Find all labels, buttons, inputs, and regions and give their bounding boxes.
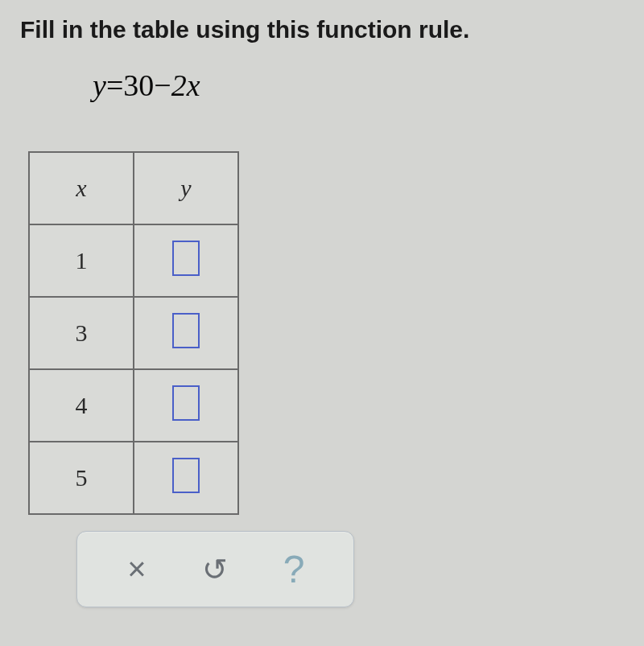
x-value: 1 — [29, 224, 134, 297]
clear-button[interactable]: × — [114, 547, 159, 591]
y-input-cell — [134, 297, 238, 369]
minus-sign: − — [154, 68, 171, 102]
table-row: 3 — [29, 297, 238, 369]
table-row: 5 — [29, 442, 238, 514]
column-header-y: y — [134, 152, 238, 224]
x-value: 4 — [29, 369, 134, 442]
y-input-cell — [134, 224, 238, 297]
x-value: 5 — [29, 442, 134, 514]
undo-button[interactable]: ↺ — [193, 547, 237, 591]
help-icon: ? — [283, 547, 305, 591]
instruction-text: Fill in the table using this function ru… — [20, 16, 624, 43]
x-value: 3 — [29, 297, 134, 369]
undo-icon: ↺ — [202, 552, 228, 587]
y-input[interactable] — [172, 385, 200, 421]
var-y: y — [93, 68, 106, 102]
column-header-x: x — [29, 152, 134, 224]
y-input[interactable] — [172, 241, 200, 276]
y-input-cell — [134, 369, 238, 442]
y-input-cell — [134, 442, 238, 514]
term-2x: 2x — [171, 68, 200, 102]
equals-sign: = — [106, 68, 123, 102]
y-input[interactable] — [172, 313, 200, 348]
function-rule: y=30−2x — [93, 68, 624, 103]
x-icon: × — [127, 551, 146, 587]
help-button[interactable]: ? — [272, 547, 316, 591]
table-row: 1 — [29, 224, 238, 297]
table-row: 4 — [29, 369, 238, 442]
toolbar: × ↺ ? — [76, 531, 354, 607]
constant-30: 30 — [123, 68, 154, 102]
y-input[interactable] — [172, 458, 200, 493]
function-table: x y 1 3 4 5 — [28, 151, 239, 515]
